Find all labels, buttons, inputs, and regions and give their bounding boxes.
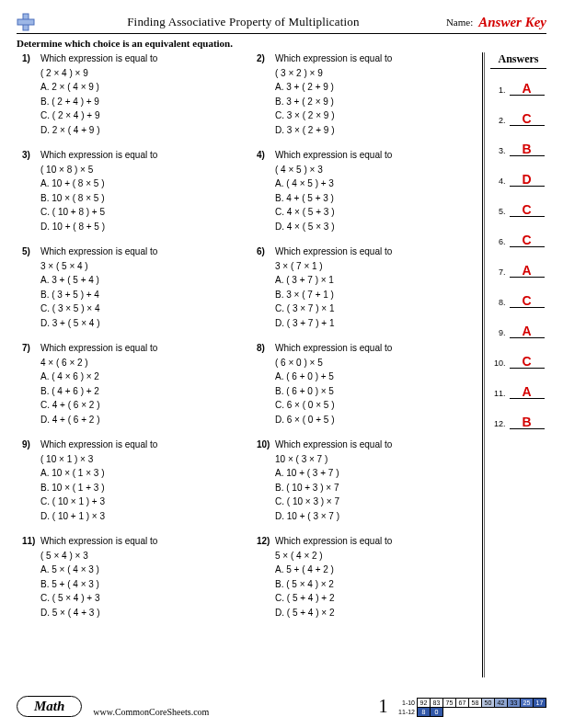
answer-number: 6. <box>493 237 506 246</box>
question-block: 7)Which expression is equal to4 × ( 6 × … <box>17 342 244 427</box>
choice-d: D. 4 × ( 5 × 3 ) <box>275 221 392 234</box>
choice-c: C. ( 2 × 4 ) + 9 <box>40 109 157 123</box>
score-cell: 75 <box>443 699 456 708</box>
question-stem: Which expression is equal to <box>275 438 392 452</box>
question-block: 6)Which expression is equal to3 × ( 7 × … <box>251 245 478 331</box>
question-number: 4) <box>257 149 275 163</box>
question-block: 4)Which expression is equal to( 4 × 5 ) … <box>251 149 478 234</box>
score-cell: 17 <box>534 699 546 708</box>
worksheet-page: Finding Associative Property of Multipli… <box>0 0 563 728</box>
choice-b: B. 10 × ( 1 + 3 ) <box>40 482 157 495</box>
question-expression: ( 3 × 2 ) × 9 <box>275 67 392 81</box>
answers-column: Answers 1.A2.C3.B4.D5.C6.C7.A8.C9.A10.C1… <box>484 52 546 677</box>
score-cell-empty <box>521 708 534 717</box>
question-body: Which expression is equal to( 4 × 5 ) × … <box>275 149 392 234</box>
question-block: 10)Which expression is equal to10 × ( 3 … <box>251 438 478 524</box>
choice-d: D. 6 × ( 0 + 5 ) <box>275 414 392 427</box>
score-cell: 83 <box>431 699 443 708</box>
choice-d: D. 4 + ( 6 + 2 ) <box>40 414 157 427</box>
question-number: 9) <box>22 438 40 452</box>
answer-line: 8.C <box>490 294 546 308</box>
question-body: Which expression is equal to5 × ( 4 × 2 … <box>275 535 392 620</box>
question-stem: Which expression is equal to <box>40 342 157 356</box>
answer-key-label: Answer Key <box>478 15 546 30</box>
question-expression: ( 5 × 4 ) × 3 <box>40 550 157 563</box>
choice-a: A. 3 + ( 2 + 9 ) <box>275 81 392 95</box>
page-title: Finding Associative Property of Multipli… <box>40 15 446 29</box>
choice-a: A. ( 3 + 7 ) × 1 <box>275 274 392 288</box>
choice-a: A. 10 + ( 8 × 5 ) <box>40 177 157 191</box>
choice-b: B. ( 6 + 0 ) × 5 <box>275 385 392 399</box>
choice-b: B. ( 2 + 4 ) + 9 <box>40 96 157 109</box>
choice-d: D. 10 + ( 8 + 5 ) <box>40 221 157 234</box>
choice-a: A. 10 + ( 3 + 7 ) <box>275 467 392 481</box>
score-cell: 92 <box>418 699 431 708</box>
question-number: 12) <box>257 535 275 549</box>
choice-a: A. 3 + ( 5 + 4 ) <box>40 274 157 288</box>
choice-a: A. ( 4 × 5 ) + 3 <box>275 177 392 191</box>
question-number: 5) <box>22 245 40 259</box>
name-label: Name: <box>446 17 473 28</box>
answer-number: 4. <box>493 176 506 186</box>
answer-value: C <box>510 203 545 217</box>
question-stem: Which expression is equal to <box>275 149 392 163</box>
question-body: Which expression is equal to( 10 × 1 ) ×… <box>40 438 157 524</box>
question-body: Which expression is equal to( 5 × 4 ) × … <box>40 535 157 620</box>
score-cell: 0 <box>431 708 443 717</box>
choice-d: D. 5 × ( 4 + 3 ) <box>40 607 157 620</box>
score-cell: 58 <box>469 699 482 708</box>
choice-a: A. ( 4 × 6 ) × 2 <box>40 370 157 384</box>
question-stem: Which expression is equal to <box>275 342 392 356</box>
score-cell-empty <box>456 708 469 717</box>
answer-line: 5.C <box>490 203 546 217</box>
score-cell: 42 <box>495 699 508 708</box>
question-number: 2) <box>257 52 275 66</box>
answer-line: 3.B <box>490 142 546 156</box>
question-body: Which expression is equal to( 10 × 8 ) ×… <box>40 149 157 234</box>
question-number: 7) <box>22 342 40 356</box>
question-stem: Which expression is equal to <box>275 52 392 66</box>
answer-value: C <box>510 233 545 247</box>
question-expression: 4 × ( 6 × 2 ) <box>40 357 157 370</box>
answer-number: 2. <box>493 116 506 125</box>
question-block: 2)Which expression is equal to( 3 × 2 ) … <box>251 52 478 138</box>
answer-number: 3. <box>493 146 506 155</box>
answer-number: 9. <box>493 328 506 337</box>
question-number: 3) <box>22 149 40 163</box>
answer-number: 11. <box>493 389 506 398</box>
question-expression: 10 × ( 3 × 7 ) <box>275 453 392 467</box>
header: Finding Associative Property of Multipli… <box>17 13 546 34</box>
answer-number: 1. <box>493 85 506 95</box>
choice-c: C. ( 5 + 4 ) + 2 <box>275 592 392 606</box>
answer-value: B <box>510 142 545 156</box>
choice-d: D. ( 3 + 7 ) + 1 <box>275 317 392 331</box>
question-block: 9)Which expression is equal to( 10 × 1 )… <box>17 438 244 524</box>
question-body: Which expression is equal to10 × ( 3 × 7… <box>275 438 392 524</box>
answers-title: Answers <box>490 52 546 69</box>
instruction-text: Determine which choice is an equivalent … <box>17 36 546 52</box>
choice-a: A. ( 6 + 0 ) + 5 <box>275 370 392 384</box>
choice-d: D. ( 5 + 4 ) × 2 <box>275 607 392 620</box>
answer-number: 10. <box>493 358 506 368</box>
score-cell-empty <box>443 708 456 717</box>
answer-line: 4.D <box>490 173 546 187</box>
choice-c: C. ( 3 × 5 ) × 4 <box>40 302 157 316</box>
score-row2-label: 11-12 <box>397 708 418 717</box>
score-cell-empty <box>469 708 482 717</box>
question-body: Which expression is equal to( 3 × 2 ) × … <box>275 52 392 138</box>
score-cell-empty <box>508 708 521 717</box>
score-cell: 25 <box>521 699 534 708</box>
question-stem: Which expression is equal to <box>40 52 157 66</box>
score-cell: 67 <box>456 699 469 708</box>
answer-line: 11.A <box>490 385 546 399</box>
choice-d: D. 2 × ( 4 + 9 ) <box>40 124 157 138</box>
choice-c: C. 6 × ( 0 × 5 ) <box>275 399 392 413</box>
questions-column: 1)Which expression is equal to( 2 × 4 ) … <box>17 52 483 677</box>
choice-c: C. ( 10 × 3 ) × 7 <box>275 495 392 509</box>
choice-b: B. 4 + ( 5 + 3 ) <box>275 192 392 206</box>
answer-line: 2.C <box>490 112 546 126</box>
choice-c: C. ( 3 × 7 ) × 1 <box>275 302 392 316</box>
choice-d: D. ( 10 + 1 ) × 3 <box>40 510 157 524</box>
answer-value: A <box>510 264 545 278</box>
answer-line: 1.A <box>490 82 546 96</box>
